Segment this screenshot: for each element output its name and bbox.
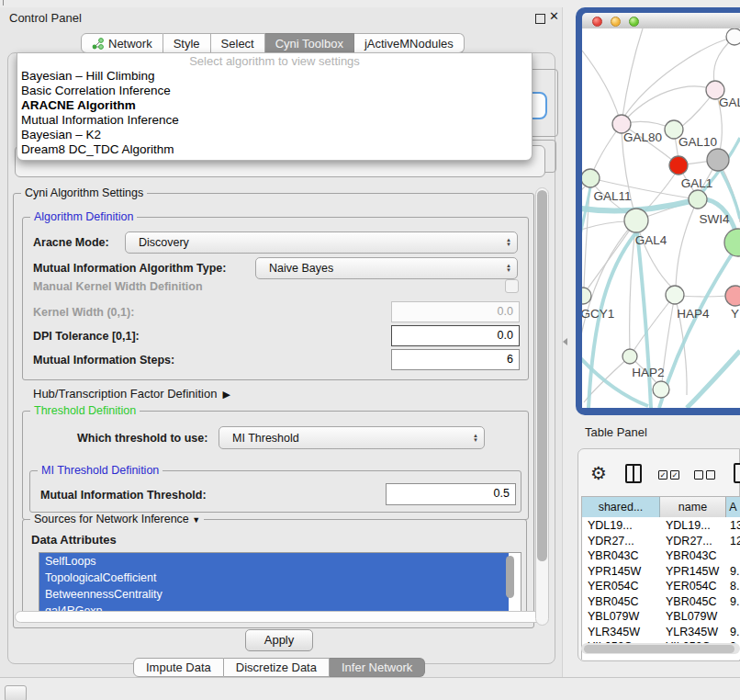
mi-threshold-field[interactable]: 0.5 [386, 483, 516, 505]
algorithm-option[interactable]: Bayesian – Hill Climbing [17, 69, 532, 84]
algorithm-option[interactable]: Basic Correlation Inference [17, 84, 532, 98]
table-cell: YPR145W [666, 564, 728, 580]
column-header-name[interactable]: name [660, 497, 726, 517]
table-cell [730, 548, 740, 564]
algorithm-option[interactable]: Mutual Information Inference [17, 113, 532, 128]
network-node-gal11[interactable] [582, 169, 600, 187]
tab-select[interactable]: Select [211, 33, 265, 53]
table-row[interactable]: YLR345WYLR345W9. [582, 625, 740, 640]
network-edge [659, 244, 738, 408]
mi-threshold-label: Mutual Information Threshold: [40, 489, 207, 502]
threshold-definition-legend: Threshold Definition [30, 404, 140, 417]
table-row[interactable]: YDR27...YDR27...12 [582, 534, 740, 549]
gear-icon[interactable]: ⚙ [590, 462, 607, 484]
node-label: GAL4 [635, 233, 667, 247]
mi-steps-field[interactable]: 6 [391, 349, 520, 370]
settings-vertical-scrollbar-thumb[interactable] [537, 190, 547, 561]
data-attribute-item[interactable]: BetweennessCentrality [39, 586, 509, 603]
network-canvas[interactable]: GALGAL80GAL10GAL1GAL11GAL4YHAP4GCY1HAP2S… [582, 28, 740, 408]
sources-legend[interactable]: Sources for Network Inference ▼ [30, 513, 204, 525]
panel-splitter-handle[interactable] [563, 338, 567, 345]
mi-algorithm-type-label: Mutual Information Algorithm Type: [33, 262, 226, 275]
node-label: Y [731, 307, 739, 321]
network-edge [687, 351, 740, 408]
network-node-gal4[interactable] [624, 209, 648, 232]
network-edge [622, 28, 643, 117]
attribute-list-scrollbar[interactable] [506, 556, 514, 598]
close-traffic-light-icon[interactable] [592, 17, 602, 27]
table-cell: 12 [730, 534, 740, 549]
close-icon[interactable]: ✕ [549, 9, 559, 23]
control-panel-window: Control Panel ✕ NetworkStyleSelectCyni T… [0, 7, 563, 677]
kernel-width-field[interactable]: 0.0 [391, 301, 520, 322]
table-cell: YBR043C [588, 548, 662, 564]
minimize-traffic-light-icon[interactable] [611, 17, 621, 27]
algorithm-option[interactable]: Bayesian – K2 [17, 128, 532, 142]
combo-spinner-icon: ▲▼ [500, 238, 517, 247]
column-header-a[interactable]: A [726, 497, 740, 517]
tab-discretize-data[interactable]: Discretize Data [224, 658, 330, 677]
table-row[interactable]: YBR043CYBR043C [582, 548, 740, 564]
table-row[interactable]: YER054CYER054C8. [582, 579, 740, 594]
table-function-icon[interactable] [734, 463, 740, 483]
which-threshold-select[interactable]: MI Threshold ▲▼ [219, 426, 485, 449]
tab-infer-network[interactable]: Infer Network [330, 658, 425, 677]
tab-cyni-toolbox[interactable]: Cyni Toolbox [265, 33, 354, 53]
mi-steps-label: Mutual Information Steps: [33, 354, 174, 367]
network-edge [623, 37, 734, 118]
network-node-gal1[interactable] [689, 190, 707, 209]
network-node[interactable] [669, 156, 688, 175]
apply-button[interactable]: Apply [245, 629, 313, 651]
algorithm-dropdown-list: Select algorithm to view settings Bayesi… [17, 52, 533, 161]
settings-horizontal-scrollbar[interactable] [15, 611, 545, 623]
bottom-left-mini-button[interactable] [5, 685, 27, 700]
network-edge [622, 86, 715, 124]
zoom-traffic-light-icon[interactable] [629, 17, 639, 27]
algorithm-option[interactable]: Dream8 DC_TDC Algorithm [17, 142, 532, 157]
network-node-hap4[interactable] [666, 286, 684, 304]
select-all-checkbox-icon[interactable]: ✓ [658, 470, 667, 480]
aracne-mode-select[interactable]: Discovery ▲▼ [125, 231, 518, 254]
network-node[interactable] [726, 28, 740, 45]
dock-divider [0, 677, 740, 678]
data-attribute-item[interactable]: SelfLoops [39, 553, 509, 570]
tab-label: Cyni Toolbox [275, 37, 343, 51]
data-attribute-item[interactable]: TopologicalCoefficient [39, 570, 509, 586]
tab-network[interactable]: Network [81, 33, 163, 53]
hub-transcription-factor-expander[interactable]: Hub/Transcription Factor Definition▶ [33, 387, 230, 401]
split-columns-icon[interactable] [625, 464, 642, 483]
network-node[interactable] [724, 229, 740, 256]
node-label: GAL [719, 96, 740, 109]
network-node-y[interactable] [725, 286, 740, 306]
data-attributes-list[interactable]: SelfLoopsTopologicalCoefficientBetweenne… [39, 552, 521, 615]
node-label: GAL11 [593, 189, 631, 203]
table-row[interactable]: YBR045CYBR045C9. [582, 594, 740, 610]
tab-impute-data[interactable]: Impute Data [133, 658, 224, 677]
tab-label: Select [221, 37, 254, 51]
network-edge [582, 221, 629, 231]
select-all-checkbox-icon[interactable]: ✓ [670, 470, 679, 480]
table-row[interactable]: YDL19...YDL19...13 [582, 518, 740, 534]
table-row[interactable]: YPR145WYPR145W9. [582, 564, 740, 580]
network-node-hap2[interactable] [622, 349, 637, 364]
network-window-titlebar[interactable] [582, 13, 740, 29]
network-node[interactable] [707, 149, 729, 171]
algorithm-option[interactable]: ARACNE Algorithm [17, 98, 532, 113]
dpi-tolerance-field[interactable]: 0.0 [391, 325, 520, 346]
mi-algorithm-type-select[interactable]: Naive Bayes ▲▼ [255, 257, 518, 279]
network-edge [622, 131, 636, 220]
network-node[interactable] [653, 381, 669, 398]
column-header-shared-[interactable]: shared... [582, 497, 660, 517]
tab-jactivemnodules[interactable]: jActiveMNodules [354, 33, 465, 53]
network-icon [92, 38, 104, 50]
table-horizontal-scrollbar-thumb[interactable] [584, 645, 734, 653]
tab-style[interactable]: Style [163, 33, 211, 53]
float-window-icon[interactable] [535, 14, 545, 24]
deselect-all-checkbox-icon[interactable] [706, 470, 715, 480]
table-row[interactable]: YBL079WYBL079W [582, 609, 740, 625]
network-edge [637, 231, 651, 408]
kernel-width-label: Kernel Width (0,1): [33, 306, 134, 319]
expander-arrow-icon: ▶ [222, 389, 230, 400]
deselect-all-checkbox-icon[interactable] [694, 470, 703, 480]
manual-kernel-width-checkbox[interactable] [505, 279, 519, 293]
